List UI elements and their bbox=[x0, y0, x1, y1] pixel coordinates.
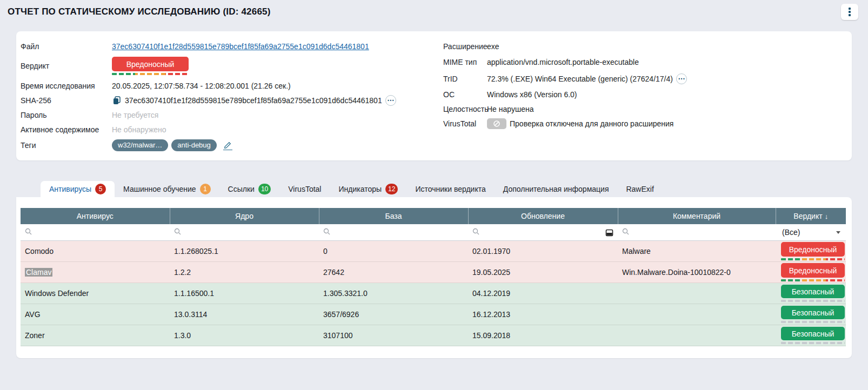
tags-row: Теги w32/malwar… anti-debug bbox=[21, 137, 443, 154]
mime-label: MIME тип bbox=[443, 58, 487, 66]
table-row[interactable]: Clamav 1.2.2 27642 19.05.2025 Win.Malwar… bbox=[21, 262, 846, 283]
page-title: ОТЧЕТ ПО СТАТИЧЕСКОМУ ИССЛЕДОВАНИЮ (ID: … bbox=[8, 6, 271, 17]
tab-rawexif[interactable]: RawExif bbox=[617, 181, 662, 197]
active-content-label: Активное содержимое bbox=[21, 125, 112, 134]
tab-antivirus[interactable]: Антивирусы 5 bbox=[41, 181, 115, 197]
filter-updated-input[interactable] bbox=[468, 224, 618, 240]
search-icon bbox=[25, 227, 32, 237]
sha256-more-button[interactable]: ⋯ bbox=[385, 95, 396, 106]
column-header-comment[interactable]: Комментарий bbox=[618, 208, 776, 224]
tag-pill[interactable]: w32/malwar… bbox=[112, 139, 168, 151]
tab-label: Дополнительная информация bbox=[503, 185, 609, 193]
verdict-row: Вердикт Вредоносный bbox=[21, 53, 443, 78]
verdict-filter-value: (Все) bbox=[782, 228, 800, 237]
calendar-icon[interactable] bbox=[605, 228, 613, 237]
cell-core: 1.1.16500.1 bbox=[170, 283, 319, 304]
extension-row: Расширение exe bbox=[443, 39, 847, 53]
mime-value: application/vnd.microsoft.portable-execu… bbox=[487, 58, 639, 66]
extension-label: Расширение bbox=[443, 42, 487, 51]
cell-base: 1.305.3321.0 bbox=[319, 283, 468, 304]
search-icon bbox=[622, 227, 629, 237]
cell-antivirus: Comodo bbox=[21, 241, 170, 262]
table-row[interactable]: Zoner 1.3.0 3107100 15.09.2018 Безопасны… bbox=[21, 325, 846, 346]
cell-antivirus: AVG bbox=[21, 304, 170, 325]
tab-label: RawExif bbox=[626, 185, 653, 193]
column-header-base[interactable]: База bbox=[319, 208, 468, 224]
column-header-verdict[interactable]: Вердикт↓ bbox=[776, 208, 846, 224]
cell-base: 3657/6926 bbox=[319, 304, 468, 325]
tab-additional-info[interactable]: Дополнительная информация bbox=[495, 181, 618, 197]
sha256-label: SHA-256 bbox=[21, 96, 112, 105]
integrity-value: Не нарушена bbox=[487, 105, 533, 113]
os-value: Windows x86 (Version 6.0) bbox=[487, 90, 577, 99]
table-row[interactable]: Comodo 1.1.268025.1 0 02.01.1970 Malware… bbox=[21, 241, 846, 262]
threat-scale-icon bbox=[112, 73, 189, 75]
verdict-badge: Безопасный bbox=[781, 285, 845, 298]
search-icon bbox=[174, 227, 181, 237]
cell-comment: Malware bbox=[618, 241, 776, 262]
table-row[interactable]: AVG 13.0.3114 3657/6926 16.12.2013 Безоп… bbox=[21, 304, 846, 325]
file-link[interactable]: 37ec6307410f1e1f28d559815e789bcef1f85fa6… bbox=[112, 42, 369, 51]
tab-label: Источники вердикта bbox=[415, 185, 485, 193]
tab-label: Антивирусы bbox=[49, 185, 91, 193]
cell-antivirus: Clamav bbox=[21, 262, 170, 283]
filter-base-input[interactable] bbox=[319, 224, 468, 240]
integrity-label: Целостность bbox=[443, 105, 487, 113]
more-menu-button[interactable] bbox=[841, 4, 858, 20]
virustotal-row: VirusTotal Проверка отключена для данног… bbox=[443, 116, 847, 131]
search-icon bbox=[472, 227, 479, 237]
copy-icon[interactable] bbox=[112, 96, 122, 105]
filter-verdict-select[interactable]: (Все) bbox=[776, 228, 846, 237]
trid-row: TrID 72.3% (.EXE) Win64 Executable (gene… bbox=[443, 70, 847, 87]
table-row[interactable]: Windows Defender 1.1.16500.1 1.305.3321.… bbox=[21, 283, 846, 304]
column-header-updated[interactable]: Обновление bbox=[468, 208, 618, 224]
tab-label: Машинное обучение bbox=[123, 185, 196, 193]
cell-verdict: Вредоносный bbox=[776, 241, 846, 262]
trid-more-button[interactable]: ⋯ bbox=[676, 73, 687, 84]
threat-scale-icon bbox=[781, 300, 845, 302]
analysis-time-value: 20.05.2025, 12:07:58.734 - 12:08:20.001 … bbox=[112, 82, 291, 90]
verdict-badge: Безопасный bbox=[781, 327, 845, 340]
tag-pill[interactable]: anti-debug bbox=[171, 139, 216, 151]
tab-verdict-sources[interactable]: Источники вердикта bbox=[406, 181, 494, 197]
column-header-antivirus[interactable]: Антивирус bbox=[21, 208, 170, 224]
cell-verdict: Безопасный bbox=[776, 304, 846, 325]
tab-virustotal[interactable]: VirusTotal bbox=[279, 181, 330, 197]
table-header-row: Антивирус Ядро База Обновление Комментар… bbox=[21, 208, 846, 224]
search-icon bbox=[323, 227, 330, 237]
sha256-value: 37ec6307410f1e1f28d559815e789bcef1f85fa6… bbox=[125, 96, 382, 105]
cell-updated: 04.12.2019 bbox=[468, 283, 618, 304]
threat-scale-icon bbox=[781, 342, 845, 344]
verdict-badge: Вредоносный bbox=[112, 57, 189, 71]
antivirus-table-card: Антивирус Ядро База Обновление Комментар… bbox=[16, 197, 852, 358]
pencil-icon bbox=[224, 141, 232, 149]
antivirus-table: Антивирус Ядро База Обновление Комментар… bbox=[21, 208, 846, 346]
disabled-check-chip bbox=[487, 118, 506, 129]
analysis-time-row: Время исследования 20.05.2025, 12:07:58.… bbox=[21, 78, 443, 93]
threat-scale-icon bbox=[781, 321, 845, 323]
tab-label: Ссылки bbox=[228, 185, 255, 193]
cell-core: 1.1.268025.1 bbox=[170, 241, 319, 262]
count-badge: 10 bbox=[258, 184, 271, 194]
edit-tags-button[interactable] bbox=[223, 141, 232, 150]
cell-base: 0 bbox=[319, 241, 468, 262]
verdict-badge: Вредоносный bbox=[781, 263, 845, 278]
trid-label: TrID bbox=[443, 75, 487, 83]
cell-verdict: Безопасный bbox=[776, 325, 846, 346]
tab-indicators[interactable]: Индикаторы 12 bbox=[330, 181, 406, 197]
cell-antivirus: Windows Defender bbox=[21, 283, 170, 304]
no-entry-icon bbox=[493, 120, 500, 127]
filter-comment-input[interactable] bbox=[618, 224, 776, 240]
sha256-row: SHA-256 37ec6307410f1e1f28d559815e789bce… bbox=[21, 93, 443, 107]
threat-scale-icon bbox=[781, 279, 845, 281]
os-row: ОС Windows x86 (Version 6.0) bbox=[443, 87, 847, 102]
extension-value: exe bbox=[487, 42, 499, 51]
filter-core-input[interactable] bbox=[170, 224, 319, 240]
tab-links[interactable]: Ссылки 10 bbox=[219, 181, 280, 197]
cell-comment bbox=[618, 304, 776, 325]
tab-machine-learning[interactable]: Машинное обучение 1 bbox=[115, 181, 219, 197]
column-header-core[interactable]: Ядро bbox=[170, 208, 319, 224]
cell-verdict: Вредоносный bbox=[776, 262, 846, 283]
virustotal-value: Проверка отключена для данного расширени… bbox=[510, 119, 673, 128]
filter-antivirus-input[interactable] bbox=[21, 224, 170, 240]
